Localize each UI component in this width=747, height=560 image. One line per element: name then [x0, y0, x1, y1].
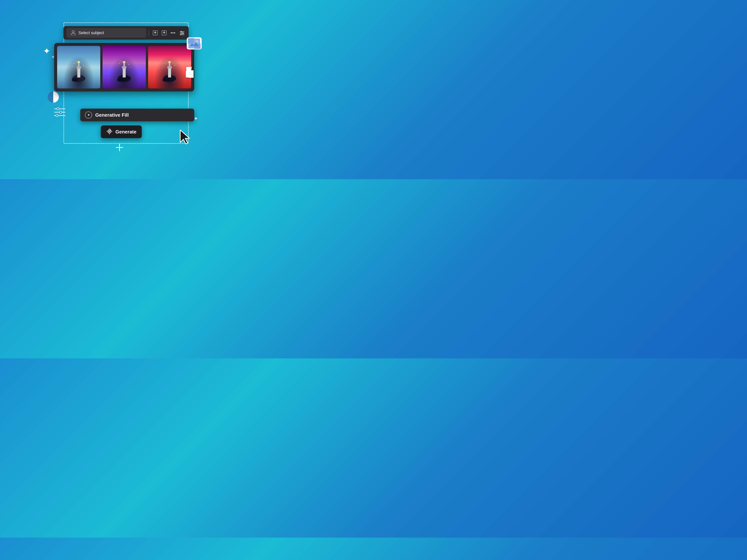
svg-point-51: [163, 67, 163, 68]
svg-point-38: [128, 64, 129, 64]
svg-rect-31: [123, 67, 126, 77]
generative-fill-panel: ✦ Generative Fill: [80, 109, 194, 121]
svg-point-40: [130, 67, 130, 68]
image-panel: [54, 43, 194, 91]
sparkle-icon-large: ✦: [43, 47, 50, 56]
generate-icon: [106, 128, 113, 135]
crosshair-icon: [116, 144, 123, 151]
svg-point-2: [72, 35, 72, 35]
more-options-icon: •••: [171, 31, 176, 35]
svg-text:✦: ✦: [87, 113, 90, 117]
svg-rect-16: [189, 39, 200, 48]
thumbs-up-icon: [183, 61, 200, 82]
generative-fill-icon: ✦: [85, 111, 92, 119]
image-thumb-blue[interactable]: [57, 46, 100, 88]
image-thumb-purple[interactable]: [103, 46, 146, 88]
select-subject-button[interactable]: Select subject: [67, 28, 146, 38]
generate-label: Generate: [115, 129, 136, 135]
svg-point-36: [119, 63, 120, 64]
svg-point-26: [81, 62, 82, 63]
more-options-button[interactable]: •••: [170, 29, 177, 36]
toolbar: Select subject •••: [63, 26, 189, 39]
select-subject-icon: [70, 29, 77, 36]
svg-point-48: [165, 63, 165, 64]
svg-point-7: [181, 31, 182, 32]
svg-point-25: [74, 63, 74, 64]
svg-point-0: [72, 31, 74, 33]
generative-fill-label: Generative Fill: [95, 112, 129, 118]
toolbar-divider: [149, 29, 149, 36]
svg-point-17: [196, 40, 198, 42]
svg-rect-44: [167, 66, 172, 69]
svg-point-63: [109, 131, 110, 132]
svg-point-39: [118, 66, 119, 66]
svg-point-30: [117, 78, 124, 82]
sparkle-icon-right: ✦: [194, 116, 198, 121]
select-subject-label: Select subject: [78, 30, 104, 35]
svg-point-11: [180, 34, 182, 35]
svg-point-37: [127, 62, 127, 63]
svg-point-9: [182, 33, 183, 34]
svg-point-27: [83, 65, 84, 65]
svg-point-42: [162, 78, 169, 82]
main-scene: ✦ ✦ ✦ Select subject: [35, 17, 204, 162]
svg-point-50: [175, 65, 175, 65]
selection-expand-button[interactable]: [152, 29, 159, 36]
adjust-button[interactable]: [179, 29, 186, 36]
svg-point-49: [173, 63, 174, 63]
svg-point-58: [57, 108, 59, 110]
svg-rect-32: [122, 66, 126, 69]
cursor-icon: [179, 129, 192, 145]
half-circle-icon: [48, 91, 59, 103]
selection-contract-button[interactable]: [161, 29, 168, 36]
svg-rect-20: [77, 67, 80, 77]
sliders-icon-left: [53, 107, 66, 118]
svg-point-62: [56, 114, 58, 117]
svg-rect-21: [77, 66, 81, 69]
svg-rect-52: [186, 71, 189, 77]
svg-point-28: [73, 66, 73, 66]
svg-rect-43: [168, 67, 171, 77]
svg-point-3: [74, 35, 75, 35]
thumbnail-icon: [187, 37, 202, 50]
svg-point-19: [72, 78, 78, 82]
svg-point-60: [59, 111, 62, 113]
svg-point-1: [73, 35, 73, 35]
generate-button[interactable]: Generate: [101, 126, 142, 138]
